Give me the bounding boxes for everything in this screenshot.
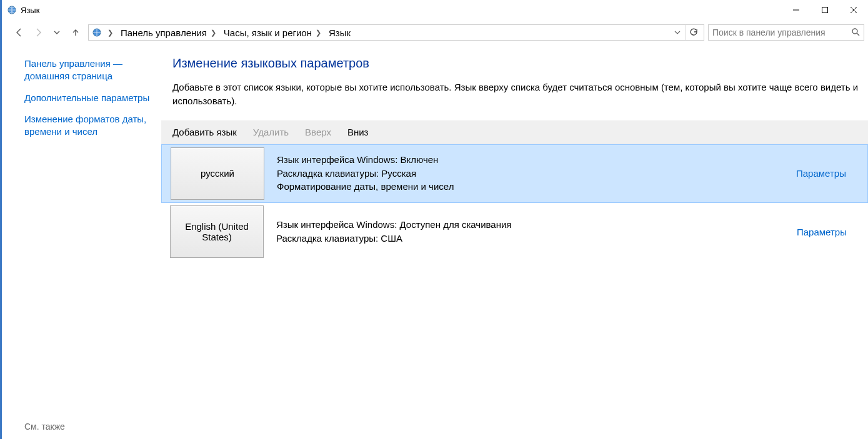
window-title: Язык <box>21 6 39 15</box>
breadcrumb-label: Язык <box>329 27 351 38</box>
language-options-cell: Параметры <box>796 168 865 179</box>
toolbar-add-language[interactable]: Добавить язык <box>172 127 237 137</box>
back-button[interactable] <box>11 24 28 41</box>
language-tile[interactable]: English (United States) <box>170 205 264 258</box>
language-info: Язык интерфейса Windows: Включен Расклад… <box>277 153 796 194</box>
sidebar-link-advanced[interactable]: Дополнительные параметры <box>24 92 155 104</box>
chevron-right-icon: ❯ <box>211 29 216 37</box>
sidebar: Панель управления — домашняя страница До… <box>2 45 161 439</box>
breadcrumb-leaf[interactable]: Язык <box>326 27 353 38</box>
main-content: Изменение языковых параметров Добавьте в… <box>161 45 868 439</box>
address-bar[interactable]: ❯ Панель управления ❯ Часы, язык и регио… <box>88 24 704 41</box>
up-button[interactable] <box>67 24 84 41</box>
chevron-right-icon: ❯ <box>107 29 113 37</box>
app-icon <box>7 5 17 15</box>
search-box[interactable] <box>708 24 864 41</box>
language-info-line: Язык интерфейса Windows: Включен <box>277 153 796 167</box>
language-info: Язык интерфейса Windows: Доступен для ск… <box>276 218 797 245</box>
nav-row: ❯ Панель управления ❯ Часы, язык и регио… <box>2 20 868 45</box>
maximize-button[interactable] <box>811 0 839 20</box>
recent-locations-button[interactable] <box>48 24 66 41</box>
breadcrumb-mid[interactable]: Часы, язык и регион ❯ <box>221 27 324 38</box>
body: Панель управления — домашняя страница До… <box>2 45 868 439</box>
language-list: русский Язык интерфейса Windows: Включен… <box>161 144 868 262</box>
page-description: Добавьте в этот список языки, которые вы… <box>172 81 866 108</box>
language-info-line: Раскладка клавиатуры: США <box>276 232 797 245</box>
language-name: English (United States) <box>173 221 261 242</box>
language-info-line: Раскладка клавиатуры: Русская <box>277 167 796 180</box>
control-panel-icon <box>91 27 102 38</box>
chevron-right-icon: ❯ <box>316 29 321 37</box>
search-icon <box>851 27 860 38</box>
svg-line-7 <box>857 33 859 36</box>
language-toolbar: Добавить язык Удалить Вверх Вниз <box>161 121 868 144</box>
see-also-heading: См. также <box>24 422 155 433</box>
sidebar-link-home[interactable]: Панель управления — домашняя страница <box>24 57 155 83</box>
language-row[interactable]: русский Язык интерфейса Windows: Включен… <box>161 144 868 203</box>
breadcrumb-root[interactable]: Панель управления ❯ <box>118 27 219 38</box>
language-options-link[interactable]: Параметры <box>797 227 847 237</box>
toolbar-move-up[interactable]: Вверх <box>305 127 331 137</box>
address-dropdown-button[interactable] <box>671 25 684 40</box>
language-name: русский <box>201 168 234 179</box>
window: Язык <box>0 0 868 439</box>
language-options-link[interactable]: Параметры <box>796 168 846 179</box>
page-title: Изменение языковых параметров <box>172 56 866 71</box>
toolbar-remove[interactable]: Удалить <box>253 127 289 137</box>
refresh-button[interactable] <box>685 25 701 40</box>
close-button[interactable] <box>839 0 868 20</box>
minimize-button[interactable] <box>782 0 811 20</box>
titlebar: Язык <box>2 0 868 20</box>
language-row[interactable]: English (United States) Язык интерфейса … <box>161 203 868 262</box>
language-info-line: Форматирование даты, времени и чисел <box>277 180 796 194</box>
breadcrumb-label: Панель управления <box>121 27 207 38</box>
language-info-line: Язык интерфейса Windows: Доступен для ск… <box>276 218 797 232</box>
forward-button[interactable] <box>29 24 47 41</box>
breadcrumb-label: Часы, язык и регион <box>224 27 312 38</box>
svg-point-6 <box>852 29 857 34</box>
toolbar-move-down[interactable]: Вниз <box>347 127 369 137</box>
language-tile[interactable]: русский <box>171 147 264 200</box>
sidebar-link-formats[interactable]: Изменение форматов даты, времени и чисел <box>24 113 155 139</box>
breadcrumb-sep-0[interactable]: ❯ <box>105 29 116 37</box>
svg-rect-2 <box>822 7 828 13</box>
language-options-cell: Параметры <box>797 227 866 237</box>
search-input[interactable] <box>712 27 847 37</box>
